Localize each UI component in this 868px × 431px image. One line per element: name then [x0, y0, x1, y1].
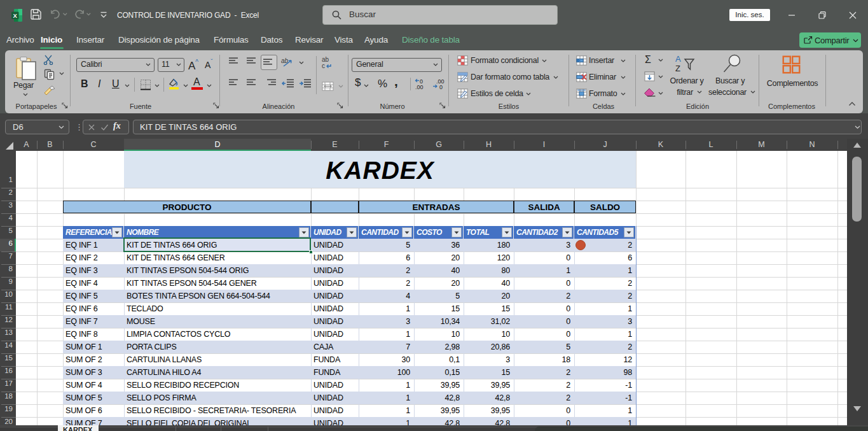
svg-text:Z: Z — [675, 64, 680, 73]
svg-text:X: X — [13, 12, 18, 19]
svg-text:0: 0 — [439, 84, 443, 90]
svg-text:c: c — [322, 62, 325, 69]
svg-text:.00: .00 — [415, 84, 424, 90]
svg-text:A: A — [675, 54, 681, 64]
